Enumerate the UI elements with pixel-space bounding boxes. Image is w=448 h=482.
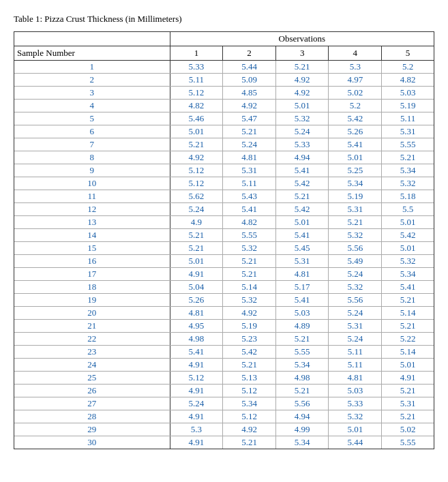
table-row: 15.335.445.215.35.2: [14, 61, 434, 74]
sample-cell: 16: [14, 255, 170, 268]
obs5-cell: 5.34: [382, 268, 434, 281]
obs1-cell: 5.12: [170, 87, 223, 100]
obs5-cell: 5.34: [382, 164, 434, 177]
observations-header: Observations: [170, 32, 434, 46]
obs1-cell: 4.91: [170, 410, 223, 423]
obs5-cell: 5.55: [382, 138, 434, 151]
table-row: 145.215.555.415.325.42: [14, 229, 434, 242]
obs1-cell: 5.41: [170, 346, 223, 359]
obs4-cell: 5.19: [329, 190, 382, 203]
obs1-cell: 5.21: [170, 229, 223, 242]
obs4-cell: 5.25: [329, 164, 382, 177]
obs2-cell: 5.34: [223, 397, 276, 410]
obs4-cell: 5.21: [329, 216, 382, 229]
obs2-cell: 4.85: [223, 87, 276, 100]
sample-cell: 28: [14, 410, 170, 423]
obs4-cell: 5.01: [329, 151, 382, 164]
obs3-cell: 5.56: [275, 397, 329, 410]
obs4-cell: 5.11: [329, 346, 382, 359]
sample-cell: 22: [14, 333, 170, 346]
sample-cell: 5: [14, 112, 170, 125]
obs2-cell: 5.09: [223, 74, 276, 87]
obs4-cell: 5.2: [329, 100, 382, 112]
obs4-cell: 5.11: [329, 359, 382, 372]
obs3-cell: 5.41: [275, 294, 329, 307]
table-row: 204.814.925.035.245.14: [14, 307, 434, 320]
obs5-cell: 5.14: [382, 346, 434, 359]
sample-cell: 14: [14, 229, 170, 242]
obs5-cell: 5.19: [382, 100, 434, 112]
obs5-cell: 5.21: [382, 385, 434, 397]
obs3-cell: 4.94: [275, 410, 329, 423]
sample-cell: 3: [14, 87, 170, 100]
sample-cell: 29: [14, 423, 170, 436]
obs5-cell: 5.31: [382, 397, 434, 410]
obs3-cell: 5.41: [275, 229, 329, 242]
obs2-cell: 5.12: [223, 385, 276, 397]
obs5-cell: 5.21: [382, 410, 434, 423]
sample-cell: 6: [14, 125, 170, 138]
obs2-cell: 4.82: [223, 216, 276, 229]
sample-cell: 13: [14, 216, 170, 229]
obs5-cell: 5.55: [382, 436, 434, 449]
sample-cell: 23: [14, 346, 170, 359]
obs3-cell: 5.21: [275, 385, 329, 397]
obs5-cell: 5.01: [382, 242, 434, 255]
obs4-cell: 5.31: [329, 203, 382, 216]
table-row: 35.124.854.925.025.03: [14, 87, 434, 100]
obs5-cell: 5.31: [382, 125, 434, 138]
obs5-header: 5: [382, 46, 434, 61]
obs1-cell: 5.12: [170, 177, 223, 190]
obs4-cell: 5.32: [329, 410, 382, 423]
obs3-cell: 5.31: [275, 255, 329, 268]
sample-cell: 17: [14, 268, 170, 281]
table-row: 185.045.145.175.325.41: [14, 281, 434, 294]
obs5-cell: 5.18: [382, 190, 434, 203]
sample-number-header: Sample Number: [14, 46, 170, 61]
obs4-cell: 5.42: [329, 112, 382, 125]
obs4-cell: 5.03: [329, 385, 382, 397]
obs3-cell: 5.45: [275, 242, 329, 255]
sample-cell: 19: [14, 294, 170, 307]
obs2-cell: 4.92: [223, 423, 276, 436]
obs4-cell: 5.26: [329, 125, 382, 138]
table-row: 214.955.194.895.315.21: [14, 320, 434, 333]
obs1-cell: 5.01: [170, 255, 223, 268]
obs5-cell: 4.91: [382, 372, 434, 385]
obs2-cell: 5.13: [223, 372, 276, 385]
obs2-cell: 4.92: [223, 307, 276, 320]
obs2-cell: 5.24: [223, 138, 276, 151]
obs3-cell: 4.94: [275, 151, 329, 164]
sample-cell: 12: [14, 203, 170, 216]
obs2-cell: 5.12: [223, 410, 276, 423]
table-title: Table 1: Pizza Crust Thickness (in Milli…: [14, 14, 434, 25]
obs3-header: 3: [275, 46, 329, 61]
obs1-cell: 5.26: [170, 294, 223, 307]
obs2-cell: 5.42: [223, 346, 276, 359]
obs4-cell: 4.97: [329, 74, 382, 87]
obs1-cell: 5.12: [170, 372, 223, 385]
obs1-cell: 4.91: [170, 359, 223, 372]
table-row: 255.125.134.984.814.91: [14, 372, 434, 385]
table-row: 84.924.814.945.015.21: [14, 151, 434, 164]
obs4-cell: 5.34: [329, 177, 382, 190]
obs5-cell: 5.21: [382, 320, 434, 333]
obs5-cell: 5.02: [382, 423, 434, 436]
obs4-cell: 5.32: [329, 281, 382, 294]
obs3-cell: 5.33: [275, 138, 329, 151]
obs1-cell: 5.12: [170, 164, 223, 177]
table-row: 25.115.094.924.974.82: [14, 74, 434, 87]
sample-cell: 27: [14, 397, 170, 410]
obs5-cell: 5.32: [382, 177, 434, 190]
obs1-cell: 5.04: [170, 281, 223, 294]
table-row: 155.215.325.455.565.01: [14, 242, 434, 255]
obs4-cell: 5.33: [329, 397, 382, 410]
obs1-cell: 5.24: [170, 397, 223, 410]
table-row: 95.125.315.415.255.34: [14, 164, 434, 177]
obs5-cell: 5.41: [382, 281, 434, 294]
sample-cell: 8: [14, 151, 170, 164]
obs2-cell: 5.47: [223, 112, 276, 125]
obs4-cell: 4.81: [329, 372, 382, 385]
obs5-cell: 5.5: [382, 203, 434, 216]
obs3-cell: 4.92: [275, 74, 329, 87]
